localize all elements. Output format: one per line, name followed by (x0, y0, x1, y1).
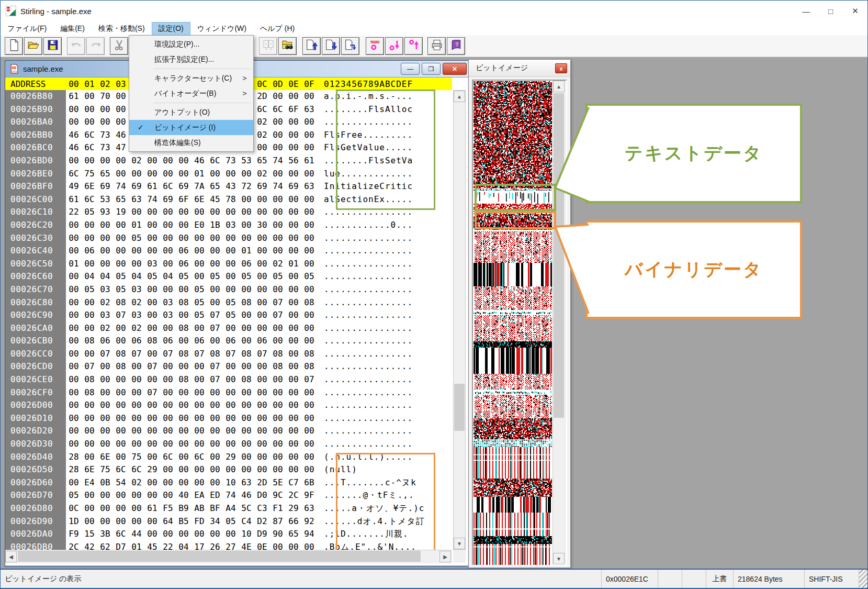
byte-cell[interactable]: C4 (239, 515, 254, 528)
byte-cell[interactable]: 00 (129, 412, 144, 425)
byte-cell[interactable]: 06 (160, 335, 176, 348)
byte-cell[interactable]: E4 (82, 476, 97, 490)
byte-cell[interactable]: 04 (176, 541, 191, 550)
byte-cell[interactable]: 00 (301, 206, 317, 219)
byte-cell[interactable]: 61 (66, 90, 82, 103)
byte-cell[interactable]: 00 (97, 232, 113, 245)
byte-cell[interactable]: 65 (254, 154, 270, 168)
byte-cell[interactable]: 05 (113, 283, 129, 296)
byte-cell[interactable]: 6F (286, 103, 301, 116)
byte-cell[interactable]: 00 (191, 386, 207, 399)
byte-cell[interactable]: 00 (286, 270, 301, 283)
byte-cell[interactable]: 9F (301, 489, 317, 502)
byte-cell[interactable]: 04 (97, 270, 113, 283)
byte-cell[interactable]: 07 (207, 309, 223, 322)
byte-cell[interactable]: F9 (66, 528, 82, 541)
ascii-cell[interactable]: .;lD.......川親. (324, 528, 426, 541)
byte-cell[interactable]: 00 (82, 425, 97, 438)
byte-cell[interactable]: 00 (223, 528, 239, 541)
byte-cell[interactable]: 00 (239, 335, 254, 348)
byte-cell[interactable]: EA (191, 489, 207, 502)
byte-cell[interactable]: 00 (176, 528, 191, 541)
menubar-item-5[interactable]: ヘルプ (H) (253, 22, 301, 36)
byte-cell[interactable]: 00 (191, 360, 207, 373)
byte-cell[interactable]: 00 (144, 309, 160, 322)
byte-cell[interactable]: 00 (129, 515, 144, 528)
byte-cell[interactable]: 06 (176, 245, 191, 258)
byte-cell[interactable]: 00 (129, 206, 144, 219)
byte-cell[interactable]: 00 (144, 451, 160, 464)
byte-cell[interactable]: 00 (144, 232, 160, 245)
byte-cell[interactable]: 4E (239, 541, 254, 550)
byte-cell[interactable]: 00 (144, 296, 160, 309)
byte-cell[interactable]: 0E (254, 541, 270, 550)
byte-cell[interactable]: 6C (66, 168, 82, 181)
byte-cell[interactable]: 05 (113, 270, 129, 283)
byte-cell[interactable]: 00 (82, 232, 97, 245)
byte-cell[interactable]: 00 (160, 412, 176, 425)
byte-cell[interactable]: 08 (82, 373, 97, 386)
byte-cell[interactable]: 00 (270, 451, 286, 464)
byte-cell[interactable]: 94 (301, 528, 317, 541)
byte-cell[interactable]: 06 (97, 335, 113, 348)
byte-cell[interactable]: 00 (254, 296, 270, 309)
byte-cell[interactable]: 6C (129, 463, 144, 476)
ascii-cell[interactable]: lue............. (324, 168, 426, 181)
byte-cell[interactable]: 08 (301, 296, 317, 309)
byte-cell[interactable]: 00 (270, 335, 286, 348)
byte-cell[interactable]: 01 (286, 258, 301, 271)
byte-cell[interactable]: 00 (239, 168, 254, 181)
byte-cell[interactable]: 00 (270, 168, 286, 181)
byte-cell[interactable]: 01 (66, 258, 82, 271)
byte-cell[interactable]: 00 (301, 232, 317, 245)
byte-cell[interactable]: 00 (144, 168, 160, 181)
byte-cell[interactable]: 00 (144, 245, 160, 258)
byte-cell[interactable]: 53 (239, 154, 254, 168)
byte-cell[interactable]: 75 (82, 168, 97, 181)
byte-cell[interactable]: 00 (254, 412, 270, 425)
byte-cell[interactable]: 00 (66, 348, 82, 361)
hex-vertical-scrollbar[interactable]: ▲ ▼ (453, 90, 466, 550)
byte-cell[interactable]: 03 (160, 309, 176, 322)
byte-cell[interactable]: 00 (66, 335, 82, 348)
byte-cell[interactable]: 00 (301, 451, 317, 464)
byte-cell[interactable]: D2 (254, 515, 270, 528)
byte-cell[interactable]: 00 (270, 438, 286, 451)
byte-cell[interactable]: 07 (144, 360, 160, 373)
byte-cell[interactable]: 00 (144, 373, 160, 386)
byte-cell[interactable]: 17 (191, 541, 207, 550)
menubar-item-2[interactable]: 検索・移動(S) (92, 22, 152, 36)
byte-cell[interactable]: 00 (207, 386, 223, 399)
byte-cell[interactable]: 00 (207, 438, 223, 451)
import-button[interactable] (341, 37, 359, 55)
ascii-cell[interactable]: ................ (324, 258, 426, 271)
byte-cell[interactable]: 00 (286, 412, 301, 425)
hex-restore-button[interactable]: ❐ (422, 63, 441, 75)
byte-cell[interactable]: 00 (191, 245, 207, 258)
byte-cell[interactable]: 00 (82, 219, 97, 232)
byte-cell[interactable]: 00 (286, 373, 301, 386)
byte-cell[interactable]: 08 (144, 335, 160, 348)
byte-cell[interactable]: 08 (239, 348, 254, 361)
byte-cell[interactable]: 02 (129, 154, 144, 168)
byte-cell[interactable]: 0B (97, 476, 113, 490)
byte-cell[interactable]: 6C (113, 463, 129, 476)
settings-menu-item-7[interactable]: ✓ビットイメージ (I) (129, 120, 253, 135)
byte-cell[interactable]: 00 (207, 335, 223, 348)
byte-cell[interactable]: 00 (129, 168, 144, 181)
byte-cell[interactable]: 05 (129, 232, 144, 245)
byte-cell[interactable]: 00 (160, 322, 176, 335)
byte-cell[interactable]: 00 (301, 412, 317, 425)
byte-cell[interactable]: 08 (239, 373, 254, 386)
byte-cell[interactable]: 6B (301, 476, 317, 490)
byte-cell[interactable]: 00 (129, 502, 144, 515)
byte-cell[interactable]: 53 (97, 193, 113, 206)
scroll-down-icon[interactable]: ▼ (454, 538, 465, 549)
byte-cell[interactable]: 61 (144, 502, 160, 515)
byte-cell[interactable]: 05 (191, 296, 207, 309)
byte-cell[interactable]: 47 (113, 141, 129, 154)
byte-cell[interactable]: 06 (129, 335, 144, 348)
byte-cell[interactable]: 00 (286, 386, 301, 399)
byte-cell[interactable]: 00 (270, 283, 286, 296)
byte-cell[interactable]: 69 (160, 193, 176, 206)
